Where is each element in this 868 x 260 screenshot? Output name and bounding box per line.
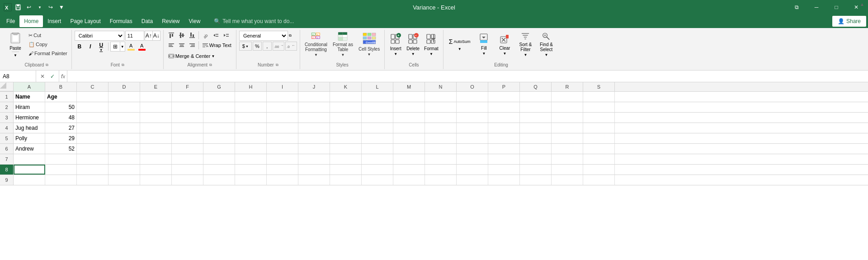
cell-Q9[interactable]	[520, 175, 552, 185]
cell-R1[interactable]	[552, 92, 583, 102]
align-center-button[interactable]	[177, 41, 187, 50]
cell-L6[interactable]	[362, 144, 393, 154]
cell-F8[interactable]	[172, 165, 203, 175]
col-header-l[interactable]: L	[362, 82, 393, 91]
cell-H4[interactable]	[235, 123, 267, 133]
cell-H3[interactable]	[235, 113, 267, 123]
col-header-f[interactable]: F	[172, 82, 203, 91]
col-header-q[interactable]: Q	[520, 82, 552, 91]
increase-indent-button[interactable]	[221, 31, 231, 40]
cell-G2[interactable]	[203, 102, 235, 112]
sort-filter-dropdown[interactable]: ▼	[524, 53, 527, 57]
share-button[interactable]: 👤 Share	[832, 16, 866, 27]
underline-dropdown[interactable]: ▼	[99, 48, 103, 52]
cell-G4[interactable]	[203, 123, 235, 133]
cell-A1[interactable]: Name	[14, 92, 45, 102]
cell-B6[interactable]: 52	[45, 144, 77, 154]
format-button[interactable]: Format ▼	[422, 31, 440, 58]
cell-D8[interactable]	[108, 165, 140, 175]
cell-Q8[interactable]	[520, 165, 552, 175]
cell-K7[interactable]	[330, 154, 362, 164]
bold-button[interactable]: B	[75, 42, 85, 52]
cell-G3[interactable]	[203, 113, 235, 123]
cell-G7[interactable]	[203, 154, 235, 164]
copy-button[interactable]: 📋 Copy	[27, 40, 69, 49]
cell-P4[interactable]	[488, 123, 520, 133]
col-header-k[interactable]: K	[330, 82, 362, 91]
border-style-dropdown[interactable]: ▼	[120, 42, 125, 52]
cell-J7[interactable]	[298, 154, 330, 164]
cell-F4[interactable]	[172, 123, 203, 133]
cell-A7[interactable]	[14, 154, 45, 164]
fill-color-button[interactable]: A	[126, 42, 136, 52]
currency-dropdown[interactable]: ▼	[245, 45, 249, 48]
menu-data[interactable]: Data	[137, 15, 157, 27]
cell-E3[interactable]	[140, 113, 172, 123]
number-format-selector[interactable]: General	[239, 31, 288, 41]
cell-S3[interactable]	[583, 113, 615, 123]
delete-button[interactable]: - Delete ▼	[405, 31, 421, 58]
cell-P6[interactable]	[488, 144, 520, 154]
cell-N4[interactable]	[425, 123, 457, 133]
cell-R2[interactable]	[552, 102, 583, 112]
increase-decimal-button[interactable]: .00→	[273, 42, 284, 51]
cell-N1[interactable]	[425, 92, 457, 102]
format-dropdown[interactable]: ▼	[429, 52, 433, 56]
cell-K5[interactable]	[330, 133, 362, 143]
cell-P7[interactable]	[488, 154, 520, 164]
row-header-8[interactable]: 8	[0, 165, 14, 175]
col-header-n[interactable]: N	[425, 82, 457, 91]
cell-C5[interactable]	[77, 133, 108, 143]
cell-A3[interactable]: Hermione	[14, 113, 45, 123]
cell-D2[interactable]	[108, 102, 140, 112]
cell-styles-button[interactable]: Good/Bad Cell Styles ▼	[357, 31, 382, 58]
save-button[interactable]	[14, 3, 23, 12]
cell-F5[interactable]	[172, 133, 203, 143]
cell-A5[interactable]: Polly	[14, 133, 45, 143]
cell-D4[interactable]	[108, 123, 140, 133]
col-header-m[interactable]: M	[393, 82, 425, 91]
cell-H2[interactable]	[235, 102, 267, 112]
cell-P5[interactable]	[488, 133, 520, 143]
cell-E5[interactable]	[140, 133, 172, 143]
cell-A8[interactable]	[14, 165, 45, 175]
menu-home[interactable]: Home	[19, 15, 43, 27]
cell-B4[interactable]: 27	[45, 123, 77, 133]
maximize-button[interactable]: □	[828, 0, 844, 14]
cell-B8[interactable]	[45, 165, 77, 175]
cell-J3[interactable]	[298, 113, 330, 123]
currency-button[interactable]: $ ▼	[239, 42, 252, 51]
cell-K1[interactable]	[330, 92, 362, 102]
cell-J1[interactable]	[298, 92, 330, 102]
insert-function-button[interactable]: fx	[59, 71, 67, 82]
cell-I3[interactable]	[267, 113, 298, 123]
col-header-d[interactable]: D	[108, 82, 140, 91]
cell-Q6[interactable]	[520, 144, 552, 154]
decrease-font-size-button[interactable]: A↓	[152, 31, 160, 41]
cell-O5[interactable]	[457, 133, 488, 143]
find-select-dropdown[interactable]: ▼	[544, 53, 548, 57]
insert-button[interactable]: + Insert ▼	[387, 31, 404, 58]
row-header-4[interactable]: 4	[0, 123, 14, 133]
cell-A6[interactable]: Andrew	[14, 144, 45, 154]
insert-dropdown[interactable]: ▼	[394, 52, 397, 56]
cell-N6[interactable]	[425, 144, 457, 154]
customize-qat-button[interactable]: ▼	[57, 3, 66, 12]
cell-A2[interactable]: Hiram	[14, 102, 45, 112]
cell-R3[interactable]	[552, 113, 583, 123]
cell-R8[interactable]	[552, 165, 583, 175]
col-header-r[interactable]: R	[552, 82, 583, 91]
cell-N3[interactable]	[425, 113, 457, 123]
cell-O6[interactable]	[457, 144, 488, 154]
cell-J8[interactable]	[298, 165, 330, 175]
cell-C4[interactable]	[77, 123, 108, 133]
fill-dropdown[interactable]: ▼	[482, 52, 486, 56]
number-expand-icon[interactable]: ⧉	[276, 63, 278, 67]
cell-E7[interactable]	[140, 154, 172, 164]
paste-top[interactable]: Paste	[7, 31, 24, 52]
cell-E2[interactable]	[140, 102, 172, 112]
row-header-1[interactable]: 1	[0, 92, 14, 102]
cell-S1[interactable]	[583, 92, 615, 102]
cell-Q1[interactable]	[520, 92, 552, 102]
cell-M9[interactable]	[393, 175, 425, 185]
